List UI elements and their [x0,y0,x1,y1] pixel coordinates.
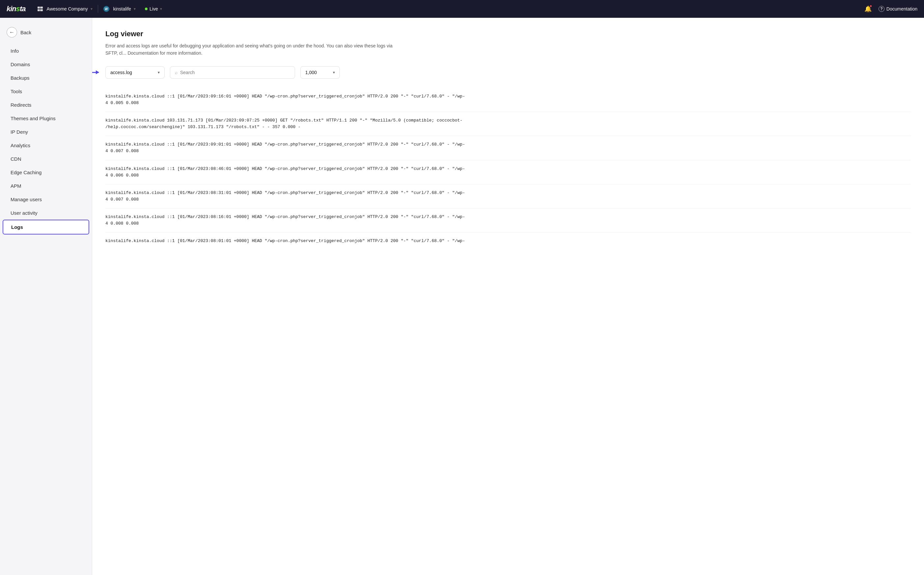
company-chevron-icon: ▾ [90,6,92,11]
kinsta-logo: kinsta [6,5,26,13]
sidebar-item-user-activity[interactable]: User activity [3,206,89,220]
sidebar-item-edge-caching[interactable]: Edge Caching [3,166,89,179]
main-content: Log viewer Error and access logs are use… [92,18,924,575]
env-chevron-icon: ▾ [160,6,162,11]
sidebar-item-logs[interactable]: Logs [3,220,89,235]
page-title: Log viewer [105,30,911,38]
company-grid-icon [38,6,43,11]
log-entry-text: kinstalife.kinsta.cloud ::1 [01/Mar/2023… [105,166,465,178]
sidebar-item-edge-caching-label: Edge Caching [11,170,41,175]
log-entry-text: kinstalife.kinsta.cloud 103.131.71.173 [… [105,118,462,129]
sidebar-item-info[interactable]: Info [3,44,89,58]
sidebar-item-apm-label: APM [11,183,21,189]
sidebar-item-redirects[interactable]: Redirects [3,98,89,112]
sidebar-item-cdn-label: CDN [11,156,21,162]
log-entry: kinstalife.kinsta.cloud ::1 [01/Mar/2023… [105,136,911,160]
count-selector[interactable]: 1,000 ▾ [300,66,340,79]
help-circle-icon: ? [878,6,884,12]
controls-row: access.log ▾ ⌕ 1,000 ▾ [105,66,911,79]
sidebar-item-backups[interactable]: Backups [3,71,89,85]
count-chevron-icon: ▾ [333,70,335,75]
log-entry: kinstalife.kinsta.cloud ::1 [01/Mar/2023… [105,208,911,232]
search-box: ⌕ [170,66,295,79]
wordpress-icon: W [103,6,110,12]
log-entry-text: kinstalife.kinsta.cloud ::1 [01/Mar/2023… [105,214,465,226]
notification-button[interactable]: 🔔 [863,4,873,14]
sidebar-item-manage-users-label: Manage users [11,197,42,202]
env-label: Live [149,6,158,11]
log-file-value: access.log [110,70,132,75]
sidebar-back-button[interactable]: ← Back [0,24,92,43]
sidebar-item-cdn[interactable]: CDN [3,152,89,166]
sidebar-item-tools[interactable]: Tools [3,85,89,98]
live-status-dot [145,8,148,10]
arrow-annotation [92,72,99,73]
sidebar-item-analytics-label: Analytics [11,143,30,148]
log-entry-text: kinstalife.kinsta.cloud ::1 [01/Mar/2023… [105,142,465,154]
log-entry-text: kinstalife.kinsta.cloud ::1 [01/Mar/2023… [105,94,465,105]
sidebar-item-manage-users[interactable]: Manage users [3,193,89,206]
log-entry-text: kinstalife.kinsta.cloud ::1 [01/Mar/2023… [105,238,465,243]
sidebar-item-ip-deny[interactable]: IP Deny [3,125,89,139]
log-entry: kinstalife.kinsta.cloud ::1 [01/Mar/2023… [105,160,911,184]
notification-dot [870,5,872,7]
topnav-right: 🔔 ? Documentation [863,4,918,14]
sidebar-item-analytics[interactable]: Analytics [3,139,89,152]
sidebar-item-user-activity-label: User activity [11,210,38,216]
sidebar-item-logs-label: Logs [11,224,23,230]
site-chevron-icon: ▾ [134,6,136,11]
sidebar-item-domains-label: Domains [11,62,30,67]
back-arrow-icon[interactable]: ← [6,27,17,38]
page-description: Error and access logs are useful for deb… [105,42,402,57]
arrow-line [92,72,99,73]
app-layout: ← Back Info Domains Backups Tools Redire… [0,18,924,575]
documentation-link[interactable]: ? Documentation [878,6,918,12]
env-selector[interactable]: Live ▾ [141,4,166,14]
sidebar: ← Back Info Domains Backups Tools Redire… [0,18,92,575]
log-entry-text: kinstalife.kinsta.cloud ::1 [01/Mar/2023… [105,191,465,202]
search-icon: ⌕ [175,70,178,75]
log-entry: kinstalife.kinsta.cloud ::1 [01/Mar/2023… [105,88,911,112]
log-entry: kinstalife.kinsta.cloud 103.131.71.173 [… [105,112,911,136]
back-label: Back [21,30,31,35]
company-name: Awesome Company [47,6,88,11]
log-entries: kinstalife.kinsta.cloud ::1 [01/Mar/2023… [105,88,911,250]
sidebar-nav: Info Domains Backups Tools Redirects The… [0,43,92,236]
log-entry: kinstalife.kinsta.cloud ::1 [01/Mar/2023… [105,184,911,208]
sidebar-item-apm[interactable]: APM [3,179,89,193]
sidebar-item-info-label: Info [11,48,19,54]
log-file-selector[interactable]: access.log ▾ [105,66,165,79]
sidebar-item-ip-deny-label: IP Deny [11,129,28,135]
sidebar-item-tools-label: Tools [11,89,22,94]
sidebar-item-domains[interactable]: Domains [3,58,89,71]
site-name: kinstalife [113,6,131,11]
sidebar-item-redirects-label: Redirects [11,102,31,108]
company-selector[interactable]: Awesome Company ▾ [33,4,97,14]
documentation-label: Documentation [886,6,918,11]
topnav: kinsta Awesome Company ▾ W kinstalife ▾ … [0,0,924,18]
sidebar-item-backups-label: Backups [11,75,30,81]
sidebar-item-themes-plugins-label: Themes and Plugins [11,116,56,121]
count-value: 1,000 [305,70,317,75]
log-entry: kinstalife.kinsta.cloud ::1 [01/Mar/2023… [105,232,911,249]
nav-divider [98,5,98,13]
search-input[interactable] [180,70,290,75]
log-file-chevron-icon: ▾ [158,70,160,75]
sidebar-item-themes-plugins[interactable]: Themes and Plugins [3,112,89,125]
site-selector[interactable]: W kinstalife ▾ [100,4,140,14]
